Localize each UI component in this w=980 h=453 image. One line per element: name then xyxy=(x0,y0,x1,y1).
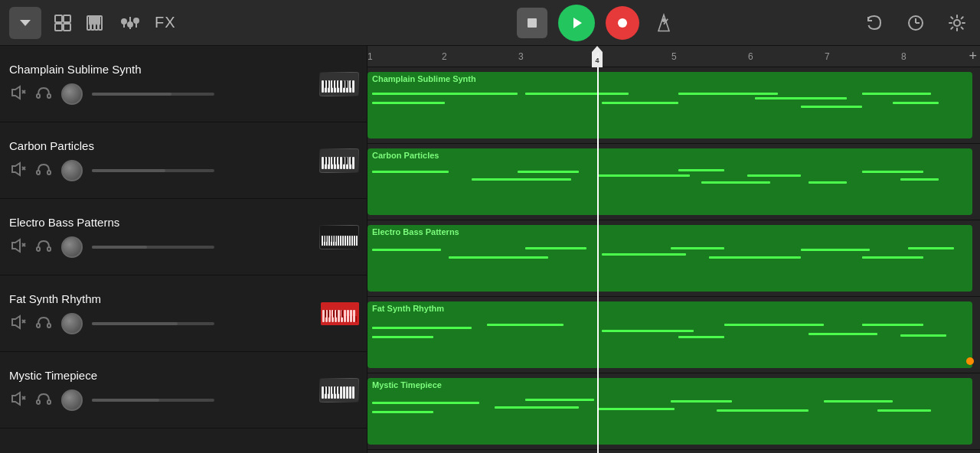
volume-slider[interactable] xyxy=(92,322,214,325)
pan-knob[interactable] xyxy=(61,236,83,258)
add-track-button[interactable]: + xyxy=(969,48,977,64)
toolbar-center xyxy=(383,5,812,41)
svg-rect-98 xyxy=(351,236,353,246)
headphone-icon[interactable] xyxy=(35,161,52,181)
svg-rect-70 xyxy=(324,157,325,165)
headphone-icon[interactable] xyxy=(35,237,52,258)
stop-button[interactable] xyxy=(517,8,547,38)
play-button[interactable] xyxy=(558,5,595,41)
view-toggle-group xyxy=(49,9,109,37)
track-instrument xyxy=(319,378,359,402)
svg-rect-51 xyxy=(346,80,348,88)
track-name: Fat Synth Rhythm xyxy=(9,292,358,305)
svg-rect-69 xyxy=(352,157,354,169)
fx-button[interactable]: FX xyxy=(152,11,179,34)
svg-rect-50 xyxy=(343,80,345,88)
mixer-button[interactable] xyxy=(116,9,144,37)
svg-point-13 xyxy=(122,19,126,24)
svg-text:4: 4 xyxy=(595,57,599,64)
track-region[interactable]: Fat Synth Rhythm xyxy=(368,301,972,368)
dropdown-button[interactable] xyxy=(9,7,41,39)
svg-marker-78 xyxy=(12,240,20,252)
svg-rect-133 xyxy=(47,400,51,404)
volume-slider[interactable] xyxy=(92,246,214,249)
track-region[interactable]: Electro Bass Patterns xyxy=(368,225,972,292)
mute-icon[interactable] xyxy=(9,84,26,105)
svg-rect-92 xyxy=(338,236,339,246)
svg-rect-2 xyxy=(64,15,70,22)
track-item: Carbon Particles xyxy=(0,122,367,199)
svg-rect-57 xyxy=(47,171,51,174)
svg-rect-88 xyxy=(328,236,330,246)
timeline-track-row[interactable]: Fat Synth Rhythm xyxy=(368,297,980,373)
svg-rect-126 xyxy=(333,310,335,318)
loop-button[interactable] xyxy=(902,9,929,37)
record-button[interactable] xyxy=(606,6,639,40)
svg-rect-128 xyxy=(341,310,343,318)
svg-rect-82 xyxy=(47,247,51,251)
region-notes xyxy=(372,86,968,136)
svg-rect-97 xyxy=(349,236,351,246)
volume-slider[interactable] xyxy=(92,169,214,172)
svg-rect-34 xyxy=(322,80,324,93)
svg-rect-77 xyxy=(351,157,352,165)
volume-slider[interactable] xyxy=(92,399,214,402)
region-label: Carbon Particles xyxy=(372,151,968,160)
mute-icon[interactable] xyxy=(9,390,26,411)
tiles-view-button[interactable] xyxy=(49,9,77,37)
timeline-track-row[interactable]: Electro Bass Patterns xyxy=(368,220,980,297)
track-name: Mystic Timepiece xyxy=(9,369,358,382)
svg-rect-93 xyxy=(340,236,341,246)
svg-rect-74 xyxy=(338,157,340,165)
track-controls xyxy=(9,160,358,181)
track-instrument xyxy=(319,148,359,173)
svg-rect-9 xyxy=(90,16,92,24)
track-region[interactable]: Mystic Timepiece xyxy=(368,378,972,445)
svg-rect-135 xyxy=(322,386,324,399)
svg-marker-19 xyxy=(573,18,582,28)
instrument-icon xyxy=(319,225,359,249)
svg-rect-45 xyxy=(324,80,325,88)
region-notes xyxy=(372,240,968,289)
piano-view-button[interactable] xyxy=(81,9,109,37)
track-region[interactable]: Champlain Sublime Synth xyxy=(368,72,972,139)
track-item: Champlain Sublime Synth xyxy=(0,46,367,122)
track-region[interactable]: Carbon Particles xyxy=(368,148,972,215)
svg-rect-150 xyxy=(338,386,340,394)
svg-rect-103 xyxy=(330,236,332,242)
pan-knob[interactable] xyxy=(61,313,83,334)
svg-rect-11 xyxy=(97,16,100,24)
mute-icon[interactable] xyxy=(9,161,26,181)
pan-knob[interactable] xyxy=(61,83,83,105)
svg-rect-46 xyxy=(327,80,328,88)
svg-rect-100 xyxy=(356,236,358,246)
track-instrument xyxy=(319,225,359,249)
headphone-icon[interactable] xyxy=(35,314,52,334)
timeline-track-row[interactable]: Carbon Particles xyxy=(368,144,980,220)
region-label: Fat Synth Rhythm xyxy=(372,304,968,313)
track-item: Electro Bass Patterns xyxy=(0,199,367,275)
svg-rect-121 xyxy=(347,310,349,322)
volume-slider[interactable] xyxy=(92,93,214,96)
timeline-area: 1 2 3 4 5 6 7 8 4 + xyxy=(368,46,980,453)
track-item: Mystic Timepiece xyxy=(0,352,367,429)
svg-rect-144 xyxy=(349,386,351,399)
headphone-icon[interactable] xyxy=(35,390,52,411)
ruler-mark-7: 7 xyxy=(825,51,830,62)
timeline-track-row[interactable]: Champlain Sublime Synth xyxy=(368,67,980,144)
svg-rect-44 xyxy=(352,80,354,93)
headphone-icon[interactable] xyxy=(35,84,52,105)
mute-icon[interactable] xyxy=(9,314,26,334)
undo-button[interactable] xyxy=(861,9,888,37)
track-list: Champlain Sublime Synth xyxy=(0,46,368,453)
timeline-track-row[interactable]: Mystic Timepiece xyxy=(368,373,980,450)
pan-knob[interactable] xyxy=(61,160,83,181)
svg-marker-28 xyxy=(12,86,20,99)
instrument-icon xyxy=(321,302,359,325)
svg-rect-145 xyxy=(352,386,354,399)
svg-rect-141 xyxy=(340,386,342,399)
pan-knob[interactable] xyxy=(61,389,83,411)
mute-icon[interactable] xyxy=(9,237,26,258)
metronome-button[interactable] xyxy=(650,9,678,37)
settings-button[interactable] xyxy=(943,9,971,37)
